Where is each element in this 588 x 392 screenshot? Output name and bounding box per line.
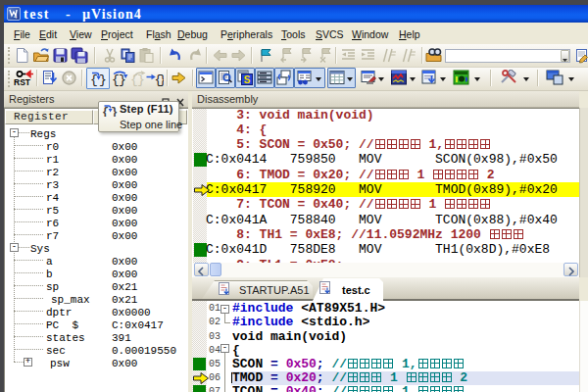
svg-text:}: } — [119, 73, 126, 87]
svg-text:{: { — [102, 106, 109, 118]
svg-text:RST: RST — [14, 77, 31, 87]
svg-text:{: { — [90, 73, 98, 87]
svg-text:S: S — [244, 74, 251, 85]
svg-text:}: } — [99, 73, 107, 87]
svg-text:}: } — [111, 106, 118, 118]
svg-text:4: 4 — [14, 14, 18, 20]
svg-text:}: } — [137, 73, 145, 87]
svg-text:}: } — [159, 73, 164, 87]
